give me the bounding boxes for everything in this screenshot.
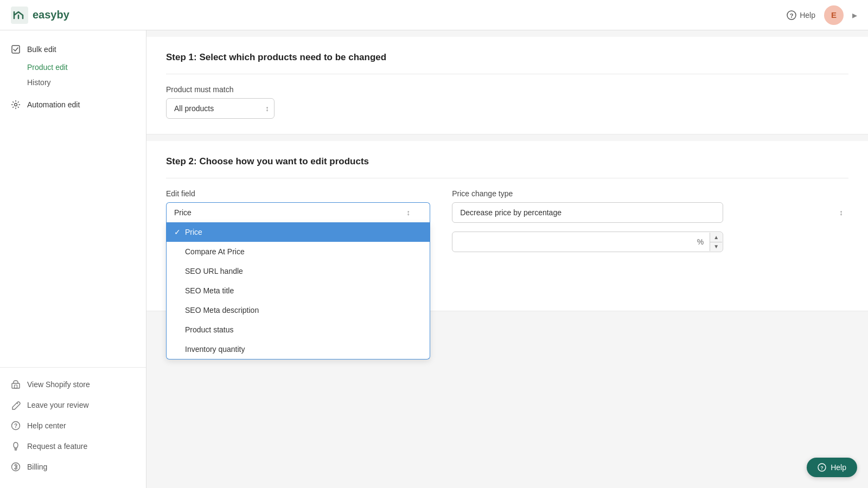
product-match-select[interactable]: All products Selected products Tagged pr… — [166, 98, 275, 119]
sidebar-automation-edit-label: Automation edit — [27, 100, 80, 109]
dropdown-option-seo-meta-desc[interactable]: SEO Meta description — [167, 300, 430, 320]
sidebar-item-request-feature[interactable]: Request a feature — [0, 436, 146, 457]
svg-point-4 — [15, 104, 17, 106]
avatar: E — [824, 5, 844, 25]
sidebar-item-leave-review[interactable]: Leave your review — [0, 395, 146, 415]
help-float-button[interactable]: ? Help — [807, 458, 857, 477]
step1-section: Step 1: Select which products need to be… — [146, 37, 868, 134]
sidebar-bulk-edit-label: Bulk edit — [27, 45, 56, 54]
logo: easyby — [11, 7, 69, 24]
edit-field-dropdown: Price ↕ ✓ Price Compare At Price — [166, 202, 430, 222]
sidebar-top: Bulk edit Product edit History Automatio… — [0, 30, 146, 124]
step1-title: Step 1: Select which products need to be… — [166, 52, 848, 63]
dollar-icon — [11, 462, 21, 472]
percentage-spinners: ▲ ▼ — [710, 233, 722, 251]
sidebar-item-billing[interactable]: Billing — [0, 457, 146, 477]
svg-rect-3 — [12, 46, 20, 53]
svg-text:?: ? — [820, 465, 824, 471]
sidebar-item-automation-edit[interactable]: Automation edit — [0, 94, 146, 115]
option-product-status-label: Product status — [174, 325, 234, 334]
option-seo-url-label: SEO URL handle — [174, 267, 243, 275]
checkmark-icon: ✓ — [174, 228, 181, 236]
sidebar-item-view-shopify[interactable]: View Shopify store — [0, 374, 146, 395]
svg-rect-5 — [12, 383, 20, 388]
help-button[interactable]: ? Help — [787, 10, 815, 20]
option-compare-at-price-label: Compare At Price — [174, 247, 245, 256]
top-right: ? Help E ▸ — [787, 5, 857, 25]
sidebar-billing-label: Billing — [27, 463, 47, 471]
price-change-arrow-icon: ↕ — [839, 208, 843, 217]
percentage-input-row: % ▲ ▼ — [452, 232, 723, 252]
step2-section: Step 2: Choose how you want to edit prod… — [146, 141, 868, 311]
dropdown-option-inventory[interactable]: Inventory quantity — [167, 339, 430, 359]
sidebar-item-product-edit[interactable]: Product edit — [0, 60, 146, 75]
edit-field-value: Price — [174, 208, 192, 217]
lightbulb-icon — [11, 441, 21, 451]
dropdown-arrow-icon: ↕ — [406, 208, 410, 217]
sidebar-bottom: View Shopify store Leave your review ? — [0, 367, 146, 488]
dropdown-option-price[interactable]: ✓ Price — [167, 222, 430, 242]
sidebar-item-help-center[interactable]: ? Help center — [0, 415, 146, 436]
expand-icon: ▸ — [852, 9, 857, 21]
price-change-type-col: Price change type Decrease price by perc… — [452, 189, 848, 252]
avatar-initial: E — [831, 10, 837, 20]
percent-unit-label: % — [697, 237, 704, 246]
product-match-label: Product must match — [166, 85, 848, 94]
option-inventory-label: Inventory quantity — [174, 345, 245, 354]
dropdown-option-product-status[interactable]: Product status — [167, 320, 430, 339]
svg-text:?: ? — [790, 12, 794, 18]
help-float-label: Help — [831, 463, 846, 472]
help-float-icon: ? — [818, 463, 826, 472]
svg-rect-6 — [15, 385, 17, 388]
logo-icon — [11, 7, 28, 24]
sidebar-history-label: History — [27, 78, 51, 87]
price-change-type-wrapper: Decrease price by percentage Increase pr… — [452, 202, 848, 223]
sidebar-item-bulk-edit[interactable]: Bulk edit — [0, 39, 146, 60]
sidebar-help-center-label: Help center — [27, 421, 66, 430]
edit-field-col: Edit field Price ↕ ✓ Price — [166, 189, 430, 222]
spinner-up-button[interactable]: ▲ — [710, 233, 722, 242]
product-match-wrapper: All products Selected products Tagged pr… — [166, 98, 275, 119]
svg-text:?: ? — [14, 423, 17, 429]
step2-title: Step 2: Choose how you want to edit prod… — [166, 156, 848, 167]
edit-field-trigger[interactable]: Price ↕ — [166, 202, 430, 222]
dropdown-option-seo-url[interactable]: SEO URL handle — [167, 261, 430, 281]
price-change-type-label: Price change type — [452, 189, 848, 198]
edit-field-label: Edit field — [166, 189, 430, 198]
sidebar-item-history[interactable]: History — [0, 75, 146, 90]
percentage-input[interactable] — [452, 232, 723, 252]
gear-icon — [11, 100, 21, 110]
option-price-label: Price — [185, 228, 202, 236]
help-circle-icon: ? — [11, 421, 21, 431]
store-icon — [11, 380, 21, 389]
logo-text: easyby — [33, 9, 69, 21]
edit-field-row: Edit field Price ↕ ✓ Price — [166, 189, 848, 252]
edit-field-options-list: ✓ Price Compare At Price SEO URL handle — [166, 222, 430, 359]
pen-icon — [11, 400, 21, 410]
sidebar-product-edit-label: Product edit — [27, 63, 68, 72]
price-change-type-select[interactable]: Decrease price by percentage Increase pr… — [452, 202, 723, 223]
top-bar: easyby ? Help E ▸ — [0, 0, 868, 30]
sidebar-request-feature-label: Request a feature — [27, 442, 87, 451]
option-seo-meta-desc-label: SEO Meta description — [174, 306, 259, 314]
edit-icon — [11, 44, 21, 54]
sidebar-view-shopify-label: View Shopify store — [27, 380, 90, 389]
option-seo-meta-title-label: SEO Meta title — [174, 286, 234, 295]
help-label: Help — [800, 11, 815, 20]
dropdown-option-seo-meta-title[interactable]: SEO Meta title — [167, 281, 430, 300]
main-content: Step 1: Select which products need to be… — [146, 30, 868, 488]
help-icon: ? — [787, 10, 796, 20]
sidebar: Bulk edit Product edit History Automatio… — [0, 30, 146, 488]
spinner-down-button[interactable]: ▼ — [710, 242, 722, 252]
dropdown-option-compare-at-price[interactable]: Compare At Price — [167, 242, 430, 261]
sidebar-leave-review-label: Leave your review — [27, 401, 89, 409]
